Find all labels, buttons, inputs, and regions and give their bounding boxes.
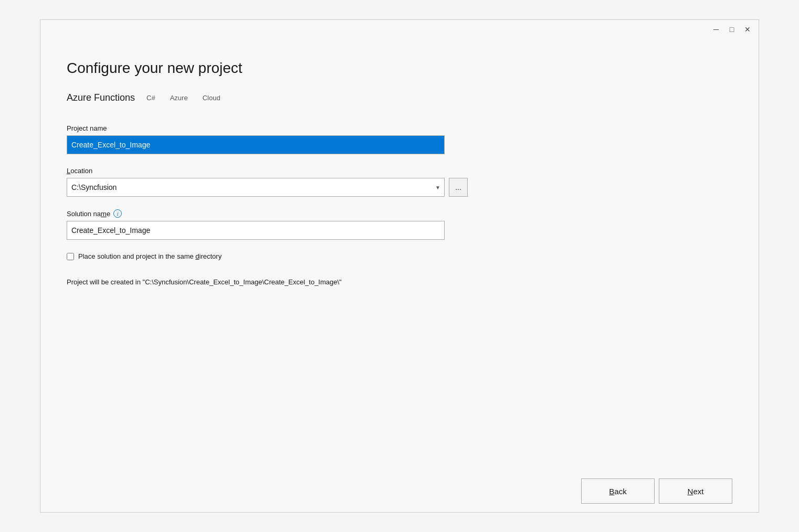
- location-row: C:\Syncfusion ▼ ...: [67, 178, 732, 197]
- badge-cloud: Cloud: [199, 93, 224, 103]
- solution-name-input[interactable]: [67, 221, 445, 240]
- project-path-text: Project will be created in "C:\Syncfusio…: [67, 278, 732, 286]
- location-select-wrapper: C:\Syncfusion ▼: [67, 178, 445, 197]
- location-label: Location: [67, 167, 732, 175]
- badge-csharp: C#: [143, 93, 159, 103]
- maximize-button[interactable]: □: [727, 25, 737, 34]
- next-button[interactable]: Next: [659, 478, 732, 504]
- back-button[interactable]: Back: [581, 478, 655, 504]
- solution-name-label: Solution name i: [67, 209, 732, 218]
- browse-button[interactable]: ...: [449, 178, 468, 197]
- form-section: Project name Location C:\Syncfusion ▼ .: [67, 124, 732, 286]
- solution-name-group: Solution name i: [67, 209, 732, 240]
- info-icon: i: [113, 209, 122, 218]
- project-name-label: Project name: [67, 124, 732, 132]
- title-bar: ─ □ ✕: [40, 20, 759, 39]
- same-directory-label: Place solution and project in the same d…: [78, 252, 222, 260]
- project-type-name: Azure Functions: [67, 92, 135, 103]
- same-directory-row: Place solution and project in the same d…: [67, 252, 732, 260]
- project-name-input[interactable]: [67, 135, 445, 154]
- page-title: Configure your new project: [67, 60, 732, 77]
- configure-project-window: ─ □ ✕ Configure your new project Azure F…: [40, 19, 759, 513]
- badge-azure: Azure: [167, 93, 191, 103]
- project-type-header: Azure Functions C# Azure Cloud: [67, 92, 732, 103]
- location-select[interactable]: C:\Syncfusion: [67, 178, 445, 197]
- same-directory-checkbox[interactable]: [67, 253, 74, 260]
- footer: Back Next: [40, 470, 759, 512]
- close-button[interactable]: ✕: [743, 25, 752, 34]
- minimize-button[interactable]: ─: [711, 25, 721, 34]
- main-content: Configure your new project Azure Functio…: [40, 39, 759, 470]
- location-group: Location C:\Syncfusion ▼ ...: [67, 167, 732, 197]
- project-name-group: Project name: [67, 124, 732, 154]
